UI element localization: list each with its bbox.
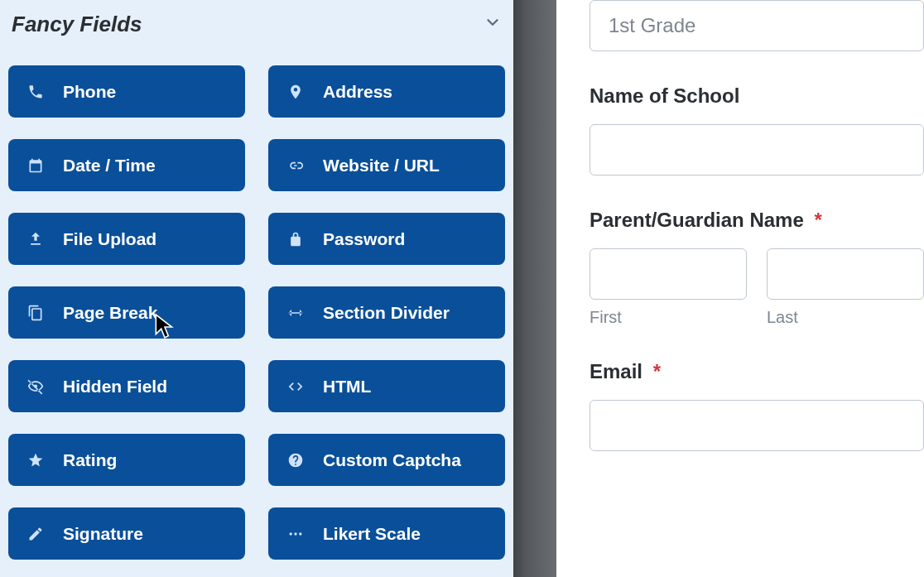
grade-select-value: 1st Grade [609, 14, 695, 37]
svg-point-2 [299, 532, 301, 535]
field-button-label: Likert Scale [323, 524, 421, 544]
divider-gap [513, 0, 556, 577]
field-button-file-upload[interactable]: File Upload [8, 213, 245, 265]
parent-first-sublabel: First [590, 308, 747, 327]
parent-last-input[interactable] [767, 248, 924, 300]
parent-first-input[interactable] [590, 248, 747, 300]
field-button-label: Date / Time [63, 156, 156, 176]
pin-icon [286, 84, 305, 100]
parent-last-sublabel: Last [767, 308, 924, 327]
field-button-html[interactable]: HTML [268, 360, 505, 412]
chevron-down-icon [484, 13, 502, 36]
eyeoff-icon [26, 378, 45, 395]
copy-icon [26, 305, 45, 321]
svg-point-0 [290, 532, 292, 535]
divider-icon [286, 305, 305, 321]
field-button-label: Hidden Field [63, 377, 167, 397]
required-indicator: * [814, 209, 821, 231]
field-button-label: Phone [63, 82, 116, 102]
link-icon [286, 157, 305, 174]
required-indicator: * [653, 360, 661, 382]
lock-icon [286, 231, 305, 248]
form-preview: 1st Grade Name of School Parent/Guardian… [556, 0, 924, 577]
field-button-label: Signature [63, 524, 143, 544]
email-label: Email * [590, 360, 924, 383]
field-button-rating[interactable]: Rating [8, 434, 245, 486]
field-button-label: Custom Captcha [323, 450, 461, 470]
field-button-section-divider[interactable]: Section Divider [268, 286, 505, 339]
field-button-label: Website / URL [323, 156, 440, 176]
field-button-custom-captcha[interactable]: Custom Captcha [268, 434, 505, 486]
field-button-hidden-field[interactable]: Hidden Field [8, 360, 245, 412]
field-button-page-break[interactable]: Page Break [8, 286, 245, 339]
field-button-label: Section Divider [323, 303, 450, 323]
grade-select[interactable]: 1st Grade [590, 0, 924, 51]
field-button-label: File Upload [63, 229, 156, 249]
email-label-text: Email [590, 360, 642, 382]
field-button-signature[interactable]: Signature [8, 507, 245, 560]
field-button-label: Address [323, 82, 392, 102]
parent-label: Parent/Guardian Name * [590, 209, 924, 232]
field-button-label: HTML [323, 377, 371, 397]
code-icon [286, 378, 305, 395]
field-button-label: Password [323, 229, 405, 249]
star-icon [26, 452, 45, 469]
calendar-icon [26, 157, 45, 174]
field-button-label: Page Break [63, 303, 157, 323]
field-button-website-url[interactable]: Website / URL [268, 139, 505, 191]
school-input[interactable] [590, 124, 924, 176]
sidebar-title: Fancy Fields [12, 12, 142, 37]
field-button-address[interactable]: Address [268, 65, 505, 118]
parent-label-text: Parent/Guardian Name [590, 209, 804, 231]
school-label: Name of School [590, 84, 924, 108]
upload-icon [26, 231, 45, 248]
phone-icon [26, 84, 45, 100]
help-icon [286, 452, 305, 469]
field-button-phone[interactable]: Phone [8, 65, 245, 118]
field-button-password[interactable]: Password [268, 213, 505, 265]
svg-point-1 [294, 532, 296, 535]
email-input[interactable] [590, 400, 924, 451]
field-button-label: Rating [63, 450, 117, 470]
fields-sidebar: Fancy Fields PhoneAddressDate / TimeWebs… [0, 0, 513, 577]
field-button-likert-scale[interactable]: Likert Scale [268, 507, 505, 560]
field-button-date-time[interactable]: Date / Time [8, 139, 245, 191]
sidebar-section-header[interactable]: Fancy Fields [5, 0, 508, 44]
pencil-icon [26, 526, 45, 542]
dots-icon [286, 526, 305, 542]
